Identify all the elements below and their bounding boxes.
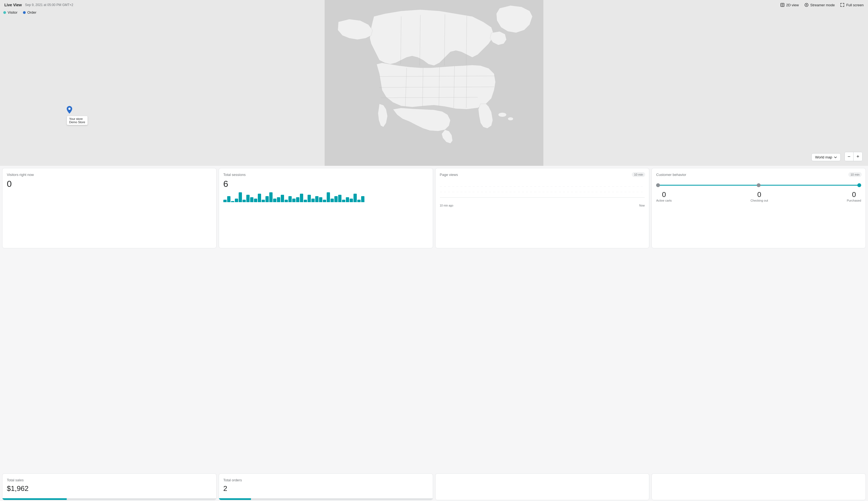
- visitors-label: Visitors right now: [7, 173, 212, 177]
- session-bar: [342, 200, 345, 202]
- session-bar: [354, 194, 357, 202]
- session-bar: [346, 197, 349, 202]
- session-bar: [361, 196, 364, 202]
- session-bar: [296, 197, 299, 202]
- session-bar: [250, 197, 253, 202]
- order-legend-item: Order: [23, 10, 36, 14]
- session-bar: [315, 196, 318, 202]
- session-bar: [350, 199, 353, 202]
- session-bar: [338, 195, 342, 202]
- session-bar: [223, 200, 227, 202]
- order-dot: [23, 11, 26, 14]
- session-bar: [311, 199, 315, 202]
- session-bar: [307, 195, 311, 202]
- visitors-right-now-card: Visitors right now 0: [2, 168, 217, 248]
- visitor-legend-item: Visitor: [3, 10, 18, 14]
- visitor-label: Visitor: [8, 10, 18, 14]
- session-bar: [357, 200, 360, 202]
- legend: Visitor Order: [3, 10, 36, 14]
- session-bar: [331, 199, 334, 202]
- header-date: Sep 9, 2021 at 05:00 PM GMT+2: [25, 3, 73, 7]
- session-bar: [242, 200, 246, 202]
- session-bar: [281, 195, 284, 202]
- session-bar: [269, 192, 273, 202]
- session-bar: [285, 200, 288, 202]
- visitors-value: 0: [7, 179, 212, 189]
- session-bar: [304, 200, 307, 202]
- store-pin-label: Your store Demo Store: [67, 116, 88, 125]
- map-svg-area: [0, 0, 434, 169]
- sessions-bar-chart: [223, 191, 428, 202]
- session-bar: [265, 196, 269, 202]
- session-bar: [231, 201, 234, 202]
- session-bar: [235, 199, 238, 202]
- session-bar: [327, 192, 330, 202]
- session-bar: [254, 199, 257, 202]
- session-bar: [258, 194, 261, 202]
- order-label: Order: [27, 10, 36, 14]
- session-bar: [300, 194, 303, 202]
- svg-point-15: [69, 108, 71, 110]
- session-bar: [262, 200, 265, 202]
- visitor-dot: [3, 11, 6, 14]
- session-bar: [273, 199, 276, 202]
- header: Live View Sep 9, 2021 at 05:00 PM GMT+2 …: [0, 0, 434, 10]
- total-sessions-value: 6: [223, 179, 428, 189]
- total-sessions-label: Total sessions: [223, 173, 428, 177]
- session-bar: [289, 196, 292, 202]
- page-title: Live View: [4, 3, 22, 7]
- store-pin: Your store Demo Store: [67, 106, 88, 125]
- session-bar: [227, 196, 230, 202]
- map-container: Your store Demo Store World map − +: [0, 0, 434, 169]
- total-sessions-card: Total sessions 6: [219, 168, 433, 248]
- session-bar: [323, 200, 326, 202]
- header-left: Live View Sep 9, 2021 at 05:00 PM GMT+2: [4, 3, 73, 7]
- session-bar: [319, 197, 322, 202]
- session-bar: [334, 196, 338, 202]
- session-bar: [292, 199, 295, 202]
- store-name-line2: Demo Store: [69, 120, 85, 124]
- session-bar: [246, 195, 250, 202]
- store-name-line1: Your store: [69, 117, 85, 120]
- session-bar: [239, 192, 242, 202]
- stats-bar: Visitors right now 0 Total sessions 6 Pa…: [0, 166, 434, 250]
- session-bar: [277, 197, 280, 202]
